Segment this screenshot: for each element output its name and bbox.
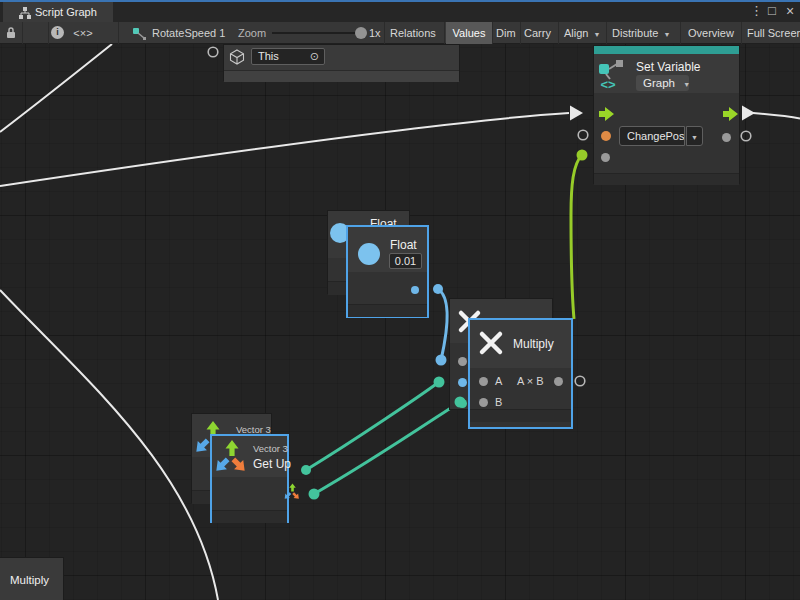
graph-toolbar: i <×> RotateSpeed 1 Zoom 1x Relations Va… [0,22,800,44]
zoom-value: 1x [369,22,381,44]
object-picker-icon[interactable]: ⊙ [310,49,319,64]
float-value: 0.01 [395,255,416,267]
lock-icon [5,26,17,40]
breadcrumb-graph-name[interactable]: RotateSpeed 1 [152,22,225,44]
zoom-label: Zoom [238,22,266,44]
graph-breadcrumb-icon [132,26,147,41]
variable-kind-dropdown[interactable]: Graph ▼ [636,75,689,91]
vector3-icon [215,437,249,475]
toolbar-separator [520,22,521,44]
multiply-footer [470,409,571,422]
lock-button[interactable] [0,22,22,44]
float-title: Float [390,238,417,252]
get-up-type-label: Vector 3 [253,443,288,454]
multiply-output-port[interactable] [554,377,563,386]
align-label: Align [564,27,588,39]
script-graph-icon [18,6,31,19]
focus-accent-line [0,0,800,2]
get-up-title: Get Up [253,457,291,471]
float-value-field[interactable]: 0.01 [389,253,422,269]
variable-kind-value: Graph [643,77,675,89]
input-port-a[interactable] [458,357,467,366]
toolbar-button-overview[interactable]: Overview [688,22,734,44]
vector3-get-up-node[interactable]: Vector 3 Get Up [210,434,289,523]
multiply-node[interactable]: Multiply A A × B B [468,318,573,429]
multiply-input-b-label: B [495,396,502,408]
distribute-label: Distribute [612,27,658,39]
tab-title: Script Graph [35,2,97,22]
get-up-footer [212,510,287,523]
toolbar-button-distribute[interactable]: Distribute▼ [612,22,670,44]
zoom-slider-track[interactable] [272,32,356,34]
info-button[interactable]: i [22,22,48,44]
set-variable-title: Set Variable [636,60,700,74]
multiply-output-label: A × B [517,375,544,387]
value-input-port[interactable] [601,153,610,162]
variable-port[interactable] [601,131,611,141]
flow-input-port[interactable] [599,107,614,121]
toolbar-separator [118,22,119,44]
toolbar-button-values[interactable]: Values [446,22,492,44]
variable-picker-dropdown[interactable]: ▼ [686,126,703,146]
chevron-down-icon: ▼ [663,31,670,38]
float-node[interactable]: Float 0.01 [346,225,429,318]
this-node[interactable]: This ⊙ [223,44,460,81]
toolbar-button-dim[interactable]: Dim [496,22,516,44]
flow-output-port[interactable] [723,107,738,121]
set-variable-title-accent [594,46,739,54]
toolbar-separator [741,22,742,44]
chevron-down-icon: ▼ [683,81,690,88]
toolbar-separator [492,22,493,44]
script-graph-window: { "window": { "tab_title": "Script Graph… [0,0,800,600]
chevron-down-icon: ▼ [691,134,698,141]
code-view-button[interactable]: <×> [48,22,118,44]
toolbar-button-fullscreen[interactable]: Full Screen [747,22,800,44]
variable-name-field[interactable]: ChangePos [619,126,685,146]
multiply-icon [477,329,505,357]
input-port-connected-vector3[interactable] [458,399,467,408]
toolbar-separator [558,22,559,44]
value-output-port[interactable] [722,133,731,142]
toolbar-separator [384,22,385,44]
multiply-title: Multiply [513,337,554,351]
set-variable-footer [594,173,739,185]
this-field-value: This [258,50,279,62]
toolbar-button-relations[interactable]: Relations [390,22,436,44]
multiply-input-b-port[interactable] [479,398,488,407]
tab-bar: Script Graph ⋮ □ × [0,0,800,22]
window-menu-button[interactable]: ⋮ [750,2,763,20]
window-maximize-button[interactable]: □ [768,2,776,20]
window-close-button[interactable]: × [786,2,794,20]
corner-multiply-title: Multiply [10,574,49,586]
toolbar-button-carry[interactable]: Carry [524,22,551,44]
tab-script-graph[interactable]: Script Graph [3,2,113,22]
toolbar-separator [444,22,445,44]
multiply-input-a-label: A [495,375,502,387]
chevron-down-icon: ▼ [593,31,600,38]
toolbar-separator [606,22,607,44]
corner-multiply-node[interactable]: Multiply [0,557,64,600]
multiply-input-a-port[interactable] [479,377,488,386]
set-variable-node[interactable]: <> Set Variable Graph ▼ ChangePos ▼ [593,45,740,184]
set-variable-icon: <> [598,58,626,90]
float-output-port[interactable] [411,286,419,294]
float-type-icon [358,243,380,265]
zoom-slider-handle[interactable] [355,27,367,39]
this-object-field[interactable]: This ⊙ [251,48,325,65]
cube-icon [229,49,245,66]
input-port-connected-float[interactable] [458,378,467,387]
toolbar-separator [680,22,681,44]
toolbar-button-align[interactable]: Align▼ [564,22,600,44]
this-node-footer [224,70,459,82]
variable-name-value: ChangePos [627,130,685,142]
float-footer [348,304,427,317]
variable-brackets-glyph: <> [600,77,616,90]
